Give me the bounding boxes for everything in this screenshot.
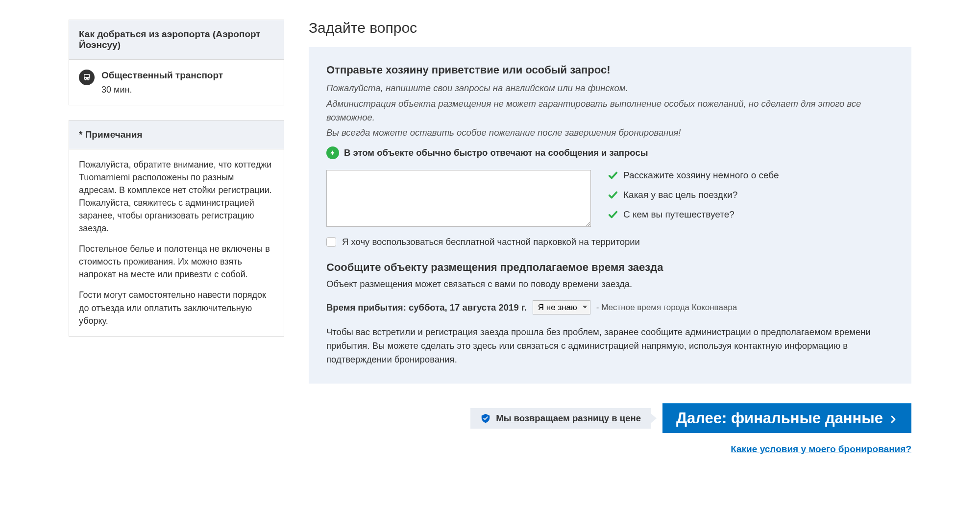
bolt-icon [326, 146, 339, 159]
arrival-sub: Объект размещения может связаться с вами… [326, 279, 894, 290]
airport-card: Как добраться из аэропорта (Аэропорт Йоэ… [69, 20, 284, 105]
hint-item: Какая у вас цель поездки? [608, 190, 894, 200]
arrival-info: Чтобы вас встретили и регистрация заезда… [326, 325, 894, 366]
chevron-right-icon [889, 412, 898, 425]
timezone-note: - Местное время города Коконваара [596, 303, 737, 313]
notes-p1: Пожалуйста, обратите внимание, что котте… [79, 158, 274, 235]
hint-item: С кем вы путешествуете? [608, 209, 894, 220]
parking-checkbox-row[interactable]: Я хочу воспользоваться бесплатной частно… [326, 237, 894, 247]
special-request-textarea[interactable] [326, 170, 591, 227]
sidebar: Как добраться из аэропорта (Аэропорт Йоэ… [69, 20, 284, 351]
notes-p3: Гости могут самостоятельно навести поряд… [79, 289, 274, 327]
parking-checkbox-label: Я хочу воспользоваться бесплатной частно… [342, 237, 640, 247]
hints-list: Расскажите хозяину немного о себе Какая … [608, 170, 894, 220]
hint-text: Какая у вас цель поездки? [623, 190, 737, 200]
fast-reply-text: В этом объекте обычно быстро отвечают на… [344, 147, 648, 158]
price-match-badge[interactable]: Мы возвращаем разницу в цене [470, 408, 651, 429]
notes-card-title: * Примечания [69, 121, 284, 149]
arrival-heading: Сообщите объекту размещения предполагаем… [326, 261, 894, 274]
hint-item: Расскажите хозяину немного о себе [608, 170, 894, 181]
subnote-2: Администрация объекта размещения не може… [326, 97, 894, 124]
transport-row: Общественный транспорт 30 мин. [79, 69, 274, 96]
arrival-label: Время прибытия: суббота, 17 августа 2019… [326, 302, 527, 313]
notes-p2: Постельное белье и полотенца не включены… [79, 242, 274, 281]
subnote-3: Вы всегда можете оставить особое пожелан… [326, 126, 894, 140]
page-title: Задайте вопрос [309, 20, 911, 36]
bottom-actions: Мы возвращаем разницу в цене Далее: фина… [309, 403, 911, 433]
booking-terms-link[interactable]: Какие условия у моего бронирования? [309, 444, 911, 455]
checkbox-icon[interactable] [326, 237, 336, 247]
notes-card: * Примечания Пожалуйста, обратите вниман… [69, 120, 284, 337]
transport-time: 30 мин. [101, 83, 223, 96]
transport-label: Общественный транспорт [101, 69, 223, 82]
hint-text: С кем вы путешествуете? [623, 209, 735, 220]
check-icon [608, 170, 618, 181]
next-button[interactable]: Далее: финальные данные [662, 403, 911, 433]
price-match-text: Мы возвращаем разницу в цене [496, 413, 641, 424]
subnote-1: Пожалуйста, напишите свои запросы на анг… [326, 81, 894, 95]
airport-card-title: Как добраться из аэропорта (Аэропорт Йоэ… [69, 20, 284, 60]
hint-text: Расскажите хозяину немного о себе [623, 170, 779, 181]
bus-icon [79, 70, 95, 85]
greeting-heading: Отправьте хозяину приветствие или особый… [326, 64, 894, 76]
check-icon [608, 190, 618, 200]
next-button-label: Далее: финальные данные [676, 410, 883, 427]
arrival-time-select[interactable]: Я не знаю [533, 300, 590, 314]
fast-reply-row: В этом объекте обычно быстро отвечают на… [326, 146, 894, 159]
question-panel: Отправьте хозяину приветствие или особый… [309, 47, 911, 384]
main-content: Задайте вопрос Отправьте хозяину приветс… [309, 20, 911, 455]
check-icon [608, 209, 618, 220]
price-match-icon [480, 413, 491, 424]
